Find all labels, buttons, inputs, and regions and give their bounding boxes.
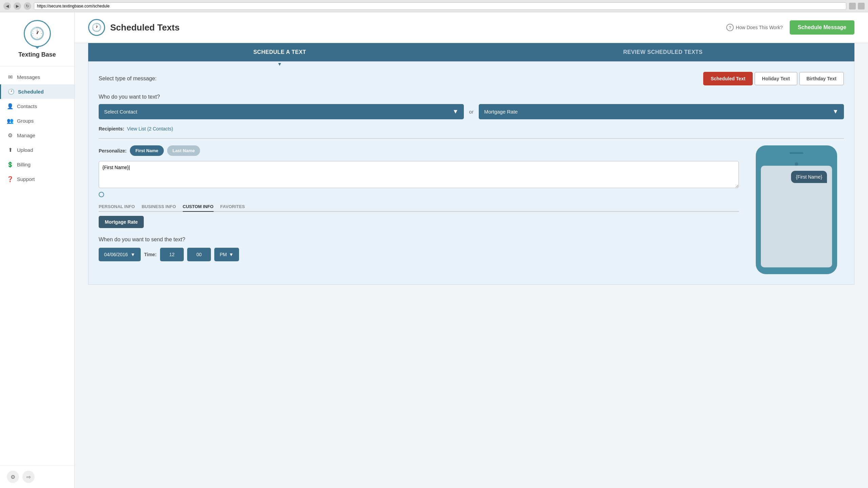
sidebar-item-label: Billing bbox=[17, 162, 31, 167]
logout-button[interactable]: ⇨ bbox=[22, 471, 35, 483]
time-hour-input[interactable] bbox=[160, 248, 184, 261]
group-dropdown-arrow: ▼ bbox=[832, 108, 839, 115]
sidebar-item-scheduled[interactable]: 🕐 Scheduled bbox=[0, 84, 74, 99]
sidebar-nav: ✉ Messages 🕐 Scheduled 👤 Contacts 👥 Grou… bbox=[0, 66, 74, 465]
star-icon bbox=[849, 3, 856, 9]
or-text: or bbox=[469, 109, 473, 115]
header-left: 🕐 Scheduled Texts bbox=[88, 19, 180, 36]
browser-bar: ◀ ▶ ↻ bbox=[0, 0, 868, 12]
mortgage-rate-button[interactable]: Mortgage Rate bbox=[99, 216, 144, 228]
date-arrow: ▼ bbox=[131, 252, 135, 257]
sidebar-logo: 🕐 Texting Base bbox=[0, 12, 74, 66]
message-type-label: Select type of message: bbox=[99, 76, 157, 82]
contacts-icon: 👤 bbox=[7, 103, 14, 109]
group-dropdown[interactable]: Mortgage Rate ▼ bbox=[479, 104, 844, 119]
sidebar-item-upload[interactable]: ⬆ Upload bbox=[0, 143, 74, 157]
holiday-text-button[interactable]: Holiday Text bbox=[754, 72, 797, 85]
select-contact-dropdown[interactable]: Select Contact ▼ bbox=[99, 104, 464, 119]
sidebar-item-label: Groups bbox=[17, 118, 34, 124]
tab-bar: SCHEDULE A TEXT REVIEW SCHEDULED TEXTS bbox=[88, 43, 854, 61]
message-type-buttons: Scheduled Text Holiday Text Birthday Tex… bbox=[703, 72, 844, 85]
last-name-button[interactable]: Last Name bbox=[167, 145, 200, 156]
sidebar-item-label: Messages bbox=[17, 74, 40, 80]
refresh-button[interactable]: ↻ bbox=[24, 2, 31, 10]
select-contact-label: Select Contact bbox=[104, 109, 137, 115]
sidebar-item-manage[interactable]: ⚙ Manage bbox=[0, 128, 74, 143]
header-clock-icon: 🕐 bbox=[88, 19, 105, 36]
support-icon: ❓ bbox=[7, 176, 14, 182]
tab-favorites[interactable]: FAVORITES bbox=[220, 204, 245, 210]
logo-text: Texting Base bbox=[18, 51, 56, 58]
upload-icon: ⬆ bbox=[7, 147, 14, 153]
message-textarea[interactable]: {First Name}| bbox=[99, 161, 739, 188]
phone-preview: {First Name} bbox=[756, 145, 837, 274]
messages-icon: ✉ bbox=[7, 74, 14, 80]
time-label: Time: bbox=[144, 252, 157, 257]
char-indicator bbox=[99, 192, 104, 197]
time-minute-input[interactable] bbox=[187, 248, 211, 261]
personalize-row: Personalize: First Name Last Name bbox=[99, 145, 739, 156]
sidebar: 🕐 Texting Base ✉ Messages 🕐 Scheduled 👤 … bbox=[0, 12, 75, 488]
logo-clock-icon: 🕐 bbox=[29, 26, 45, 41]
billing-icon: 💲 bbox=[7, 161, 14, 168]
manage-icon: ⚙ bbox=[7, 132, 14, 139]
phone-speaker bbox=[790, 152, 803, 154]
date-picker[interactable]: 04/06/2016 ▼ bbox=[99, 248, 141, 261]
personalize-label: Personalize: bbox=[99, 148, 126, 154]
tab-business-info[interactable]: BUSINESS INFO bbox=[142, 204, 176, 210]
when-label: When do you want to send the text? bbox=[99, 237, 739, 243]
phone-camera bbox=[795, 162, 798, 166]
birthday-text-button[interactable]: Birthday Text bbox=[799, 72, 844, 85]
tab-schedule-text[interactable]: SCHEDULE A TEXT bbox=[88, 43, 471, 61]
header-right: ? How Does This Work? Schedule Message bbox=[726, 20, 854, 35]
divider bbox=[99, 138, 844, 139]
settings-button[interactable]: ⚙ bbox=[7, 471, 19, 483]
back-button[interactable]: ◀ bbox=[3, 2, 11, 10]
when-section: When do you want to send the text? 04/06… bbox=[99, 237, 739, 261]
contact-row: Select Contact ▼ or Mortgage Rate ▼ bbox=[99, 104, 844, 119]
sidebar-item-groups[interactable]: 👥 Groups bbox=[0, 114, 74, 128]
tab-review-scheduled[interactable]: REVIEW SCHEDULED TEXTS bbox=[471, 43, 854, 61]
help-circle-icon: ? bbox=[726, 24, 734, 31]
content-area: SCHEDULE A TEXT REVIEW SCHEDULED TEXTS S… bbox=[75, 43, 868, 298]
page-title: Scheduled Texts bbox=[110, 22, 180, 33]
scheduled-text-button[interactable]: Scheduled Text bbox=[703, 72, 753, 85]
datetime-row: 04/06/2016 ▼ Time: PM ▼ bbox=[99, 248, 739, 261]
tab-custom-info[interactable]: CUSTOM INFO bbox=[183, 204, 214, 212]
logo-circle: 🕐 bbox=[24, 20, 51, 47]
sidebar-item-label: Scheduled bbox=[18, 89, 44, 95]
sidebar-item-contacts[interactable]: 👤 Contacts bbox=[0, 99, 74, 114]
sidebar-item-messages[interactable]: ✉ Messages bbox=[0, 70, 74, 84]
sidebar-bottom: ⚙ ⇨ bbox=[0, 465, 74, 488]
group-dropdown-label: Mortgage Rate bbox=[484, 109, 518, 115]
who-label: Who do you want to text? bbox=[99, 94, 844, 100]
schedule-message-button[interactable]: Schedule Message bbox=[790, 20, 854, 35]
two-col-layout: Personalize: First Name Last Name {First… bbox=[99, 145, 844, 274]
ampm-select[interactable]: PM ▼ bbox=[214, 248, 239, 261]
sidebar-item-billing[interactable]: 💲 Billing bbox=[0, 157, 74, 172]
sidebar-item-support[interactable]: ❓ Support bbox=[0, 172, 74, 186]
main-content: 🕐 Scheduled Texts ? How Does This Work? … bbox=[75, 12, 868, 488]
menu-icon bbox=[858, 3, 865, 9]
contact-dropdown-arrow: ▼ bbox=[453, 108, 459, 115]
url-bar[interactable] bbox=[34, 2, 846, 10]
date-value: 04/06/2016 bbox=[104, 252, 128, 257]
tab-personal-info[interactable]: PERSONAL INFO bbox=[99, 204, 135, 210]
ampm-arrow: ▼ bbox=[229, 252, 234, 257]
form-panel: Select type of message: Scheduled Text H… bbox=[88, 61, 854, 285]
message-bubble: {First Name} bbox=[791, 171, 827, 183]
forward-button[interactable]: ▶ bbox=[14, 2, 21, 10]
scheduled-icon: 🕐 bbox=[8, 88, 15, 95]
info-tabs: PERSONAL INFO BUSINESS INFO CUSTOM INFO … bbox=[99, 204, 739, 212]
preview-column: {First Name} bbox=[749, 145, 844, 274]
help-link[interactable]: ? How Does This Work? bbox=[726, 24, 783, 31]
view-list-link[interactable]: View List (2 Contacts) bbox=[127, 126, 173, 131]
sidebar-item-label: Contacts bbox=[17, 103, 37, 109]
recipients-label: Recipients: bbox=[99, 126, 124, 131]
sidebar-item-label: Manage bbox=[17, 133, 35, 138]
form-column: Personalize: First Name Last Name {First… bbox=[99, 145, 739, 274]
message-type-row: Select type of message: Scheduled Text H… bbox=[99, 72, 844, 85]
recipients-row: Recipients: View List (2 Contacts) bbox=[99, 126, 844, 131]
sidebar-item-label: Support bbox=[17, 176, 35, 182]
first-name-button[interactable]: First Name bbox=[130, 145, 163, 156]
